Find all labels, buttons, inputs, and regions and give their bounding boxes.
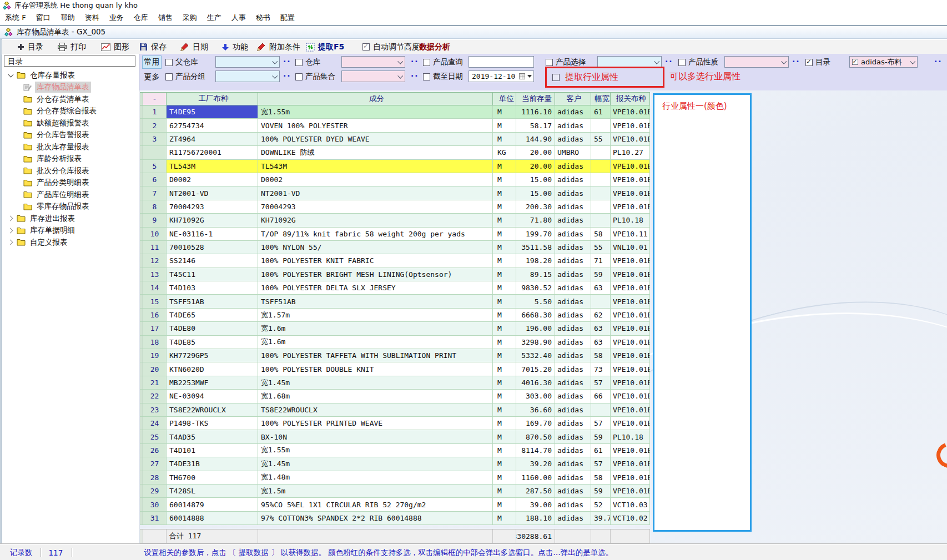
- table-cell[interactable]: 55: [591, 241, 611, 254]
- menu-item[interactable]: 人事: [226, 11, 251, 24]
- menu-item[interactable]: 仓库: [129, 11, 153, 24]
- table-cell[interactable]: 188.10: [516, 512, 555, 525]
- auto-height-checkbox[interactable]: [362, 43, 370, 51]
- menu-item[interactable]: 秘书: [251, 11, 275, 24]
- table-cell[interactable]: 9830.52: [516, 281, 555, 295]
- table-cell[interactable]: T4DE31B: [167, 457, 258, 471]
- sidebar-item[interactable]: 产品库位明细表: [3, 189, 138, 201]
- table-cell[interactable]: adidas: [555, 241, 591, 254]
- table-cell[interactable]: T4D103: [167, 281, 258, 295]
- table-cell[interactable]: adidas: [555, 498, 591, 511]
- table-cell[interactable]: [591, 214, 611, 227]
- table-cell[interactable]: 7015.20: [516, 362, 555, 376]
- table-cell[interactable]: 58.17: [516, 119, 555, 132]
- table-cell[interactable]: VPE10.01B: [611, 336, 650, 349]
- column-header[interactable]: 单位: [493, 93, 516, 105]
- table-cell[interactable]: T4DE95: [167, 105, 258, 119]
- table-cell[interactable]: M: [493, 349, 516, 362]
- table-cell[interactable]: TS8E22WROUCLX: [167, 403, 258, 417]
- catalog-button[interactable]: 目录: [17, 40, 43, 54]
- product-group-checkbox[interactable]: [165, 73, 173, 80]
- sidebar-item[interactable]: 批次分仓库报表: [3, 165, 138, 177]
- table-cell[interactable]: 31: [143, 512, 167, 525]
- table-cell[interactable]: NE-03094: [167, 390, 258, 403]
- auto-height-toggle[interactable]: 自动调节高度: [362, 40, 420, 54]
- table-cell[interactable]: [591, 160, 611, 173]
- table-row[interactable]: 15TSFF51ABTSFF51ABM5.50adidasVPE10.01B: [140, 295, 650, 308]
- table-row[interactable]: 262754734VOVEN 100% POLYESTERM58.17adida…: [140, 119, 650, 132]
- table-cell[interactable]: M: [493, 295, 516, 308]
- table-row[interactable]: 10NE-03116-1T/OP 89/11% knit fabric 58 w…: [140, 228, 650, 241]
- ellipsis-button[interactable]: ··: [411, 72, 419, 80]
- table-cell[interactable]: M: [493, 376, 516, 390]
- table-cell[interactable]: VCT10.02: [611, 512, 650, 525]
- table-row[interactable]: 87000429370004293M200.30adidasVPE10.01B: [140, 200, 650, 214]
- parent-warehouse-dropdown[interactable]: [215, 56, 280, 68]
- sidebar-item[interactable]: 库存物品清单表: [3, 82, 138, 94]
- product-nature-checkbox[interactable]: [678, 59, 686, 66]
- table-cell[interactable]: 宽1.68m: [258, 390, 493, 403]
- table-cell[interactable]: 4016.30: [516, 376, 555, 390]
- table-cell[interactable]: 27: [143, 457, 167, 471]
- ellipsis-button[interactable]: ··: [665, 57, 673, 66]
- table-cell[interactable]: M: [493, 186, 516, 200]
- menu-item[interactable]: 窗口: [31, 11, 56, 24]
- table-cell[interactable]: 287.50: [516, 485, 555, 498]
- table-cell[interactable]: 11: [143, 241, 167, 254]
- table-row[interactable]: 19KH7729GP5100% POLYESTER TAFFETA WITH S…: [140, 349, 650, 362]
- table-cell[interactable]: D0002: [167, 173, 258, 186]
- table-cell[interactable]: 66: [591, 390, 611, 403]
- catalog-value-checkbox[interactable]: [852, 59, 858, 65]
- table-cell[interactable]: 22: [143, 390, 167, 403]
- table-cell[interactable]: 97% COTTON3% SPANDEX 2*2 RIB 60014888: [258, 512, 493, 525]
- table-cell[interactable]: 62: [591, 309, 611, 322]
- table-cell[interactable]: 95%CO 5%EL 1X1 CIRCULAR RIB 52 270g/m2: [258, 498, 493, 511]
- table-row[interactable]: 21MB2253MWF宽1.45mM4016.30adidas57VPE10.0…: [140, 376, 650, 390]
- function-button[interactable]: 功能: [221, 40, 248, 54]
- table-row[interactable]: 16T4DE65宽1.57mM6668.30adidas62VPE10.01B: [140, 309, 650, 322]
- table-cell[interactable]: KH71092G: [258, 214, 493, 227]
- table-cell[interactable]: 宽1.57m: [258, 309, 493, 322]
- cutoff-date-checkbox[interactable]: [423, 73, 430, 80]
- column-header[interactable]: -: [143, 93, 167, 105]
- table-cell[interactable]: 8114.70: [516, 444, 555, 457]
- table-cell[interactable]: 17: [143, 322, 167, 335]
- table-cell[interactable]: VPE10.01B: [611, 268, 650, 281]
- table-cell[interactable]: VPE10.01B: [611, 390, 650, 403]
- table-cell[interactable]: 6: [143, 173, 167, 186]
- table-row[interactable]: R11756720001DOWNLIKE 防绒KG20.00UMBROPL10.…: [140, 146, 650, 159]
- table-cell[interactable]: T428SL: [167, 485, 258, 498]
- column-header[interactable]: 成分: [258, 93, 493, 105]
- sidebar-item[interactable]: 库存单据明细: [3, 225, 138, 237]
- menu-item[interactable]: 系统 F: [0, 11, 31, 24]
- table-cell[interactable]: 5: [143, 160, 167, 173]
- table-cell[interactable]: 100% POLYESTER DOUBLE KNIT: [258, 362, 493, 376]
- ellipsis-button[interactable]: ··: [283, 72, 291, 80]
- table-cell[interactable]: 宽1.45m: [258, 457, 493, 471]
- table-cell[interactable]: 71.80: [516, 214, 555, 227]
- table-cell[interactable]: 199.70: [516, 228, 555, 241]
- table-cell[interactable]: 6668.30: [516, 309, 555, 322]
- table-cell[interactable]: PL10.27: [611, 146, 650, 159]
- sidebar-item[interactable]: 分仓库告警报表: [3, 129, 138, 142]
- table-cell[interactable]: 63: [591, 336, 611, 349]
- table-cell[interactable]: 3511.58: [516, 241, 555, 254]
- table-row[interactable]: 14T4D103100% POLYESTER DELTA SLX JERSEYM…: [140, 281, 650, 295]
- table-cell[interactable]: adidas: [555, 362, 591, 376]
- table-cell[interactable]: M: [493, 498, 516, 511]
- table-cell[interactable]: adidas: [555, 214, 591, 227]
- table-cell[interactable]: VPE10.01B: [611, 281, 650, 295]
- column-header[interactable]: 当前存量: [516, 93, 555, 105]
- table-cell[interactable]: 59: [591, 268, 611, 281]
- table-cell[interactable]: PL10.18: [611, 214, 650, 227]
- table-cell[interactable]: adidas: [555, 228, 591, 241]
- table-cell[interactable]: M: [493, 471, 516, 485]
- table-cell[interactable]: NT2001-VD: [258, 186, 493, 200]
- product-query-filter[interactable]: 产品查询: [423, 56, 463, 68]
- table-cell[interactable]: adidas: [555, 376, 591, 390]
- product-select-checkbox[interactable]: [546, 59, 553, 66]
- table-cell[interactable]: 61: [591, 444, 611, 457]
- column-header[interactable]: 客户: [555, 93, 591, 105]
- table-cell[interactable]: 宽1.5m: [258, 485, 493, 498]
- table-cell[interactable]: 15.00: [516, 173, 555, 186]
